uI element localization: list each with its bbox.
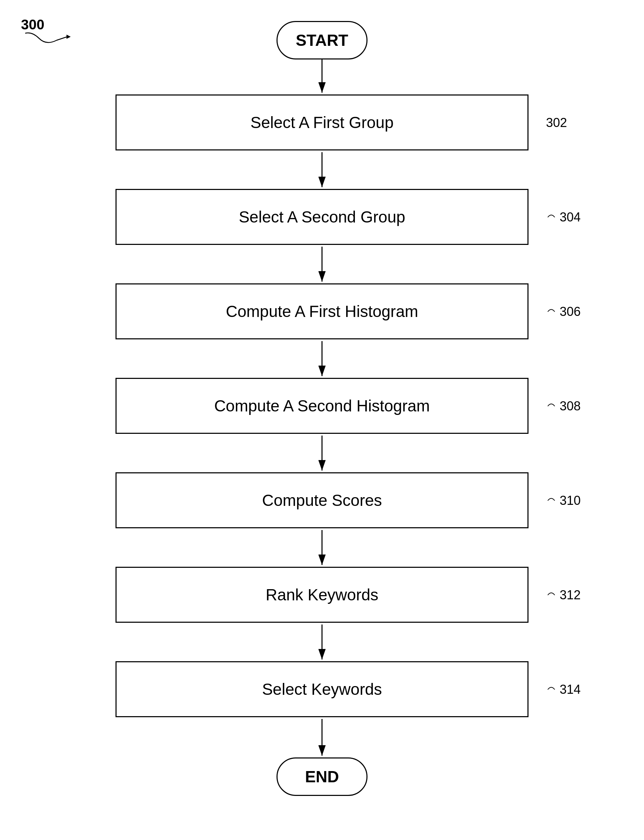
box2-label: Select A Second Group	[239, 207, 405, 226]
end-label: END	[305, 767, 339, 786]
process-box-6: Rank Keywords	[115, 567, 529, 623]
process-box-3: Compute A First Histogram	[115, 283, 529, 340]
ref-306-icon	[546, 307, 558, 317]
ref-308: 308	[546, 399, 581, 413]
figure-decoration-icon	[22, 30, 74, 58]
process-box-1: Select A First Group	[115, 94, 529, 151]
start-label: START	[296, 31, 348, 50]
ref-312-icon	[546, 590, 558, 600]
start-oval: START	[276, 21, 368, 59]
process-box-2: Select A Second Group	[115, 189, 529, 245]
process-box-5: Compute Scores	[115, 472, 529, 528]
ref-312: 312	[546, 588, 581, 602]
svg-marker-0	[66, 34, 71, 39]
process-box-4: Compute A Second Histogram	[115, 378, 529, 434]
box6-label: Rank Keywords	[266, 585, 378, 604]
box7-label: Select Keywords	[262, 680, 382, 699]
box5-label: Compute Scores	[262, 491, 382, 510]
process-box-7: Select Keywords	[115, 661, 529, 717]
ref-304: 304	[546, 210, 581, 225]
box1-label: Select A First Group	[250, 113, 393, 132]
box3-label: Compute A First Histogram	[226, 302, 418, 321]
diagram-container: 300 START Select A First Group	[0, 0, 644, 840]
ref-306: 306	[546, 304, 581, 319]
ref-302: 302	[546, 115, 567, 130]
ref-310-icon	[546, 495, 558, 506]
box4-label: Compute A Second Histogram	[214, 396, 430, 415]
ref-308-icon	[546, 401, 558, 412]
ref-314-icon	[546, 684, 558, 695]
end-oval: END	[276, 758, 368, 796]
ref-310: 310	[546, 493, 581, 508]
ref-304-icon	[546, 212, 558, 223]
ref-314: 314	[546, 682, 581, 697]
